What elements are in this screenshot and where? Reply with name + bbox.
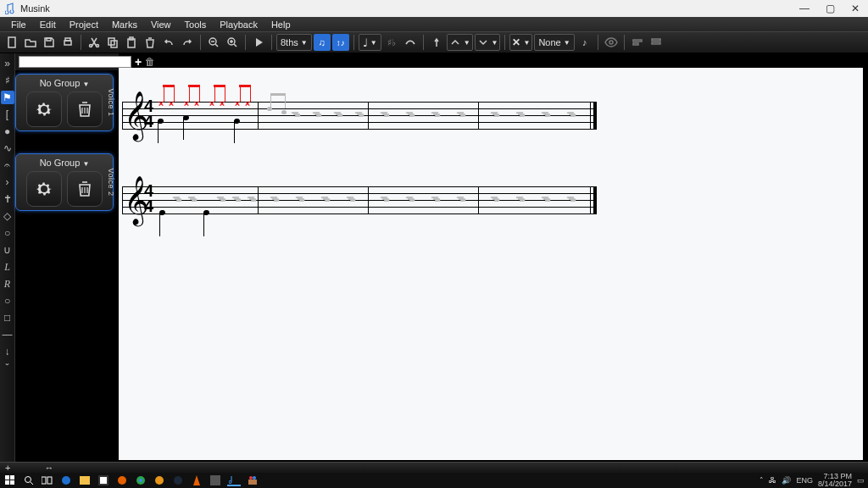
- menu-tools[interactable]: Tools: [179, 19, 213, 30]
- staff-voice-1[interactable]: 𝄞 44 × × × × × × × ×: [122, 92, 597, 139]
- voice2-group-dropdown[interactable]: No Group ▼: [19, 158, 109, 168]
- strip-double-chevron[interactable]: »: [1, 57, 14, 70]
- grace-note-button[interactable]: ♪: [576, 34, 593, 51]
- taskbar-steam-icon[interactable]: [171, 474, 185, 486]
- strip-bracket-icon[interactable]: [: [1, 108, 14, 121]
- svg-rect-16: [652, 42, 660, 44]
- menu-project[interactable]: Project: [64, 19, 104, 30]
- strip-arrow-down-icon[interactable]: ↓: [1, 345, 14, 358]
- remove-voice-button[interactable]: 🗑: [145, 56, 155, 68]
- width-handle-icon[interactable]: ↔: [44, 463, 53, 473]
- tray-clock[interactable]: 7:13 PM 8/14/2017: [818, 473, 852, 488]
- strip-caret-icon[interactable]: ˇ: [1, 362, 14, 375]
- add-voice-button[interactable]: +: [135, 55, 142, 69]
- taskbar-edge-icon[interactable]: [59, 474, 73, 486]
- quarter-note-icon: ♩: [363, 36, 368, 49]
- strip-circle2-icon[interactable]: ○: [1, 294, 14, 308]
- tray-chevron-icon[interactable]: ˄: [760, 476, 764, 485]
- new-doc-button[interactable]: [3, 34, 20, 51]
- maximize-button[interactable]: ▢: [817, 3, 843, 14]
- zoom-out-button[interactable]: [205, 34, 222, 51]
- stem-up-button[interactable]: [428, 34, 445, 51]
- system-tray[interactable]: ˄ 🖧 🔊 ENG 7:13 PM 8/14/2017 ▭: [760, 473, 865, 488]
- strip-tilde-icon[interactable]: ∿: [1, 141, 14, 155]
- close-button[interactable]: ✕: [843, 3, 868, 14]
- taskbar-chrome-icon[interactable]: [134, 474, 147, 486]
- save-button[interactable]: [41, 34, 58, 51]
- tray-volume-icon[interactable]: 🔊: [782, 476, 791, 485]
- strip-dash-icon[interactable]: ―: [1, 328, 14, 341]
- taskbar-vlc-icon[interactable]: [190, 474, 203, 486]
- note-value-dropdown[interactable]: ♩▼: [359, 34, 381, 51]
- stem-down-dropdown[interactable]: ▼: [475, 34, 501, 51]
- delete-button[interactable]: [142, 34, 159, 51]
- taskbar-explorer-icon[interactable]: [78, 474, 92, 486]
- svg-rect-15: [652, 39, 660, 41]
- strip-cross-icon[interactable]: ✝: [1, 192, 14, 206]
- taskbar-app-gray-icon[interactable]: [209, 474, 222, 486]
- tray-lang[interactable]: ENG: [796, 476, 813, 485]
- taskbar-store-icon[interactable]: [97, 474, 110, 486]
- misc-tool-2[interactable]: [648, 34, 665, 51]
- voice2-delete-button[interactable]: [67, 171, 103, 207]
- menu-playback[interactable]: Playback: [214, 19, 264, 30]
- stem-dir-dropdown[interactable]: ▼: [447, 34, 473, 51]
- score-canvas[interactable]: 𝄞 44 × × × × × × × ×: [119, 68, 863, 460]
- redo-button[interactable]: [179, 34, 196, 51]
- add-row-button[interactable]: +: [5, 463, 10, 473]
- voice-name-input[interactable]: [19, 56, 131, 68]
- beaming-dropdown[interactable]: 8ths▼: [276, 34, 312, 51]
- slur-button[interactable]: [402, 34, 419, 51]
- strip-r-icon[interactable]: R: [1, 277, 14, 291]
- tray-network-icon[interactable]: 🖧: [769, 476, 776, 485]
- misc-tool-1[interactable]: [629, 34, 646, 51]
- taskbar-musink-icon[interactable]: [227, 474, 241, 486]
- minimize-button[interactable]: —: [792, 3, 817, 14]
- menu-file[interactable]: File: [5, 19, 32, 30]
- copy-button[interactable]: [104, 34, 121, 51]
- beam-split-button[interactable]: ↕♪: [332, 34, 349, 51]
- articulation-dropdown[interactable]: None▼: [534, 34, 574, 51]
- app-icon: [5, 3, 17, 14]
- strip-square-icon[interactable]: □: [1, 311, 14, 324]
- menu-marks[interactable]: Marks: [106, 19, 143, 30]
- strip-l-icon[interactable]: L: [1, 260, 14, 274]
- tray-notifications-icon[interactable]: ▭: [857, 476, 865, 485]
- paste-button[interactable]: [123, 34, 140, 51]
- beam-notes-button[interactable]: ♫: [314, 34, 331, 51]
- accidental-button[interactable]: ♯♭: [383, 34, 400, 51]
- start-button[interactable]: [3, 474, 17, 486]
- taskbar-taskview-icon[interactable]: [41, 474, 54, 486]
- print-button[interactable]: [59, 34, 76, 51]
- taskbar-firefox-icon[interactable]: [115, 474, 129, 486]
- staff-voice-2[interactable]: 𝄞 44: [122, 176, 597, 224]
- zoom-in-button[interactable]: [224, 34, 241, 51]
- open-button[interactable]: [22, 34, 39, 51]
- taskbar-search-icon[interactable]: [22, 474, 36, 486]
- strip-open-circle-icon[interactable]: ○: [1, 226, 14, 240]
- taskbar-app-orange-icon[interactable]: [153, 474, 166, 486]
- time-signature: 44: [144, 183, 153, 214]
- strip-dot-icon[interactable]: ●: [1, 125, 14, 138]
- strip-flag-icon[interactable]: ⚑: [1, 91, 14, 104]
- menu-help[interactable]: Help: [265, 19, 297, 30]
- voice2-settings-button[interactable]: [26, 171, 62, 207]
- menu-view[interactable]: View: [145, 19, 177, 30]
- notehead-dropdown[interactable]: ✕▼: [509, 34, 532, 51]
- strip-diamond-icon[interactable]: ◇: [1, 209, 14, 223]
- voice1-settings-button[interactable]: [26, 92, 62, 127]
- window-titlebar: Musink — ▢ ✕: [0, 0, 868, 17]
- play-button[interactable]: [250, 34, 267, 51]
- voice1-group-dropdown[interactable]: No Group ▼: [19, 78, 109, 88]
- undo-button[interactable]: [160, 34, 177, 51]
- voice1-delete-button[interactable]: [67, 92, 103, 127]
- menu-edit[interactable]: Edit: [34, 19, 62, 30]
- articulation-label: None: [538, 37, 560, 47]
- strip-u-icon[interactable]: ∪: [1, 243, 14, 257]
- taskbar-paint-icon[interactable]: [246, 474, 259, 486]
- visibility-button[interactable]: [603, 34, 620, 51]
- strip-sharp-icon[interactable]: ♯: [1, 74, 14, 87]
- strip-accent-icon[interactable]: ›: [1, 175, 14, 189]
- strip-fermata-icon[interactable]: 𝄐: [1, 158, 14, 172]
- cut-button[interactable]: [86, 34, 103, 51]
